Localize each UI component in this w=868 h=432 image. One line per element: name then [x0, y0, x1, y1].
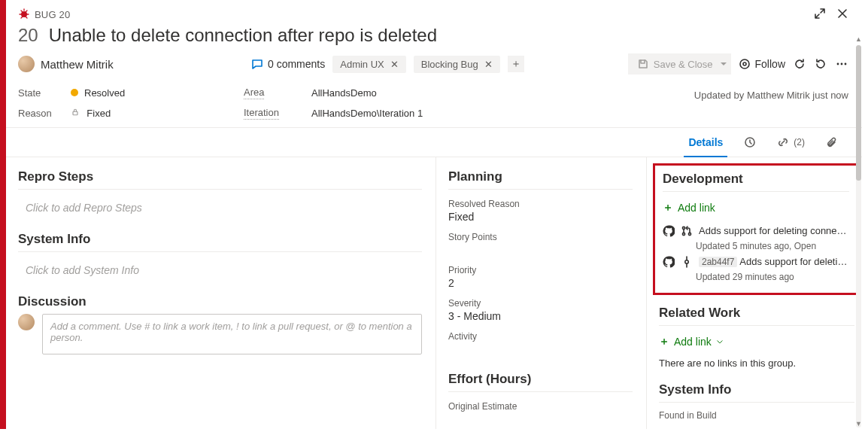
svg-point-4	[841, 63, 843, 65]
activity-label: Activity	[448, 331, 633, 342]
state-dot-icon	[71, 89, 78, 96]
comments-count-label: 0 comments	[268, 58, 325, 70]
add-dev-link-button[interactable]: ＋ Add link	[663, 201, 715, 214]
scrollbar-thumb[interactable]	[856, 45, 861, 181]
close-icon[interactable]	[836, 8, 848, 22]
classification-bar: State Resolved Reason Fixed Area AllHand…	[6, 82, 862, 127]
effort-title: Effort (Hours)	[448, 372, 633, 387]
scroll-down-icon[interactable]: ▼	[855, 421, 862, 427]
tab-links[interactable]: (2)	[766, 128, 815, 157]
more-actions-icon[interactable]	[835, 57, 848, 71]
svg-point-0	[21, 11, 27, 17]
avatar	[18, 56, 35, 72]
iteration-label: Iteration	[244, 107, 279, 120]
tag-label: Admin UX	[340, 59, 384, 70]
resolved-reason-label: Resolved Reason	[448, 199, 633, 209]
development-section-highlight: Development ＋ Add link Adds support for …	[653, 163, 859, 295]
system-info-placeholder[interactable]: Click to add System Info	[18, 260, 422, 291]
assignee-name: Matthew Mitrik	[41, 58, 114, 71]
lock-icon	[71, 108, 82, 119]
system-info-title: System Info	[18, 232, 422, 247]
github-icon	[663, 256, 675, 270]
tag-label: Blocking Bug	[421, 59, 478, 70]
area-label: Area	[244, 87, 264, 99]
work-item-panel: BUG 20 20 Unable to delete connection af…	[0, 0, 862, 429]
tag-remove-icon[interactable]: ✕	[390, 59, 399, 70]
tag-pill[interactable]: Blocking Bug ✕	[414, 56, 500, 73]
plus-icon: ＋	[659, 335, 669, 348]
state-value[interactable]: Resolved	[71, 87, 221, 99]
repro-steps-title: Repro Steps	[18, 169, 422, 184]
found-in-build-value[interactable]	[659, 422, 854, 429]
column-planning: Planning Resolved Reason Fixed Story Poi…	[436, 157, 647, 429]
header: BUG 20 20 Unable to delete connection af…	[6, 0, 862, 46]
work-item-id: 20	[18, 25, 38, 46]
scroll-up-icon[interactable]: ▲	[855, 36, 862, 43]
development-title: Development	[663, 172, 849, 187]
repro-steps-placeholder[interactable]: Click to add Repro Steps	[18, 197, 422, 229]
state-label: State	[18, 87, 41, 99]
assignee-picker[interactable]: Matthew Mitrik	[18, 56, 244, 72]
column-main: Repro Steps Click to add Repro Steps Sys…	[6, 157, 436, 429]
reason-value[interactable]: Fixed	[71, 108, 221, 119]
add-related-link-button[interactable]: ＋ Add link	[659, 335, 724, 348]
revert-icon[interactable]	[814, 57, 827, 71]
pull-request-icon	[681, 225, 693, 239]
tag-pill[interactable]: Admin UX ✕	[332, 56, 406, 73]
github-icon	[663, 225, 675, 239]
severity-value[interactable]: 3 - Medium	[448, 310, 633, 322]
dev-link-item[interactable]: Adds support for deleting connecti…	[663, 225, 849, 239]
toolbar: Matthew Mitrik 0 comments Admin UX ✕ Blo…	[6, 46, 862, 82]
expand-icon[interactable]	[814, 8, 826, 22]
svg-rect-6	[73, 111, 77, 115]
chevron-down-icon	[716, 338, 724, 345]
dev-link-subtitle: Updated 5 minutes ago, Open	[663, 241, 849, 251]
svg-point-5	[845, 63, 847, 65]
add-tag-button[interactable]: ＋	[508, 56, 524, 72]
dev-link-subtitle: Updated 29 minutes ago	[663, 272, 849, 282]
dev-link-item[interactable]: 2ab44f7 Adds support for deleting …	[663, 256, 849, 270]
updated-stamp: Updated by Matthew Mitrik just now	[694, 87, 848, 120]
commit-hash: 2ab44f7	[699, 257, 737, 267]
tab-attachments[interactable]	[815, 128, 848, 157]
bug-icon	[18, 8, 30, 22]
comments-button[interactable]: 0 comments	[251, 58, 325, 70]
found-in-build-label: Found in Build	[659, 410, 854, 421]
tab-history[interactable]	[733, 128, 766, 157]
save-button-label: Save & Close	[654, 59, 713, 70]
svg-point-2	[743, 62, 746, 65]
discussion-title: Discussion	[18, 294, 422, 309]
plus-icon: ＋	[663, 201, 673, 214]
planning-title: Planning	[448, 169, 633, 184]
save-and-close-button[interactable]: Save & Close	[628, 53, 731, 75]
svg-point-1	[740, 59, 749, 68]
story-points-value[interactable]	[448, 244, 633, 256]
refresh-icon[interactable]	[793, 57, 806, 71]
follow-label: Follow	[755, 58, 785, 70]
work-item-type-label: BUG 20	[35, 9, 70, 20]
activity-value[interactable]	[448, 343, 633, 355]
story-points-label: Story Points	[448, 232, 633, 242]
priority-label: Priority	[448, 265, 633, 275]
tab-details[interactable]: Details	[678, 128, 733, 157]
dev-link-title: 2ab44f7 Adds support for deleting …	[699, 256, 849, 267]
area-value[interactable]: AllHandsDemo	[311, 87, 507, 99]
svg-point-3	[837, 63, 839, 65]
commit-icon	[681, 256, 693, 270]
reason-label: Reason	[18, 108, 52, 120]
right-tabstrip: Details (2)	[6, 127, 862, 157]
work-item-title[interactable]: Unable to delete connection after repo i…	[49, 25, 437, 46]
form-body: Repro Steps Click to add Repro Steps Sys…	[6, 157, 862, 429]
priority-value[interactable]: 2	[448, 277, 633, 289]
iteration-value[interactable]: AllHandsDemo\Iteration 1	[311, 108, 507, 119]
column-links: Development ＋ Add link Adds support for …	[647, 157, 862, 429]
tag-remove-icon[interactable]: ✕	[484, 59, 493, 70]
resolved-reason-value[interactable]: Fixed	[448, 211, 633, 223]
severity-label: Severity	[448, 298, 633, 309]
tab-links-count: (2)	[794, 137, 805, 148]
follow-button[interactable]: Follow	[739, 58, 785, 70]
discussion-input[interactable]: Add a comment. Use # to link a work item…	[42, 314, 422, 354]
system-info-right-title: System Info	[659, 382, 854, 397]
original-estimate-value[interactable]	[448, 413, 633, 425]
avatar	[18, 314, 35, 330]
